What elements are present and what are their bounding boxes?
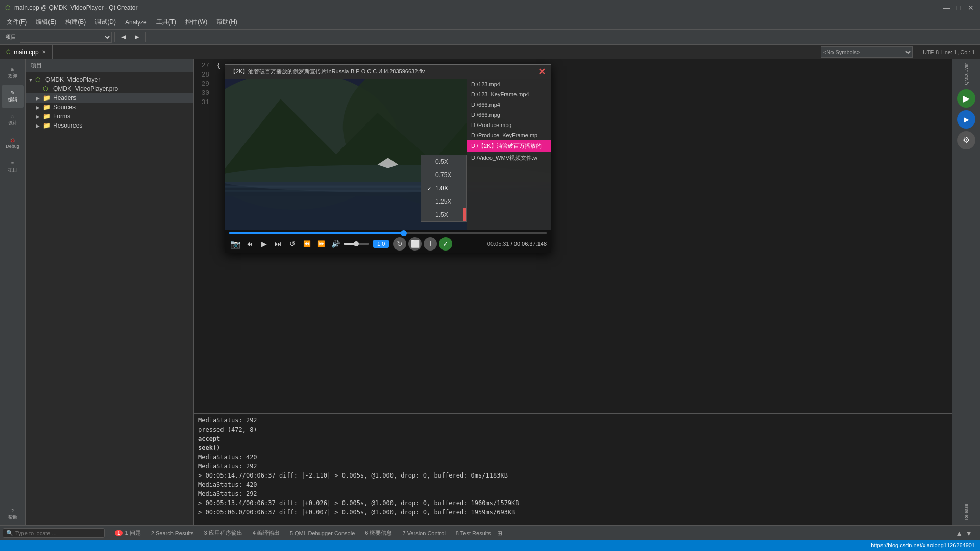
volume-slider[interactable] — [344, 243, 369, 245]
menu-debug[interactable]: 调试(D) — [91, 16, 120, 28]
debug-icon: 🐞 — [10, 138, 15, 143]
sidebar-debug[interactable]: 🐞 Debug — [2, 132, 24, 155]
loop-button[interactable]: ↻ — [393, 237, 406, 251]
sidebar-design[interactable]: ◇ 设计 — [2, 109, 24, 131]
minimize-button[interactable]: — — [942, 4, 950, 12]
file-item-3[interactable]: D:/666.mpg — [467, 110, 551, 120]
menu-build[interactable]: 构建(B) — [61, 16, 90, 28]
file-item-2[interactable]: D:/666.mp4 — [467, 99, 551, 110]
confirm-button[interactable]: ✓ — [439, 237, 452, 251]
skip-to-start[interactable]: ⏮ — [243, 238, 256, 250]
record-button[interactable]: 📷 — [229, 238, 241, 250]
menu-tools[interactable]: 工具(T) — [152, 16, 180, 28]
play-pause-button[interactable]: ▶ — [258, 238, 270, 250]
close-button[interactable]: ✕ — [967, 4, 975, 12]
sources-arrow: ▶ — [36, 105, 43, 110]
output-line-0: MediaStatus: 292 — [198, 416, 948, 425]
tab-search-results[interactable]: 2 Search Results — [146, 529, 199, 538]
run-button[interactable]: ▶ — [957, 89, 975, 108]
frame-forward-button[interactable]: ⏩ — [315, 238, 327, 250]
file-item-1[interactable]: D:/123_KeyFrame.mp4 — [467, 89, 551, 99]
resources-arrow: ▶ — [36, 123, 43, 129]
tree-sources[interactable]: ▶ 📁 Sources — [26, 103, 193, 112]
tab-label: main.cpp — [14, 48, 39, 56]
video-player-window[interactable]: 【2K】油管破百万播放的俄罗斯宣传片InRussia-В Р О С С И И… — [225, 64, 551, 253]
tab-close-button[interactable]: ✕ — [42, 49, 46, 55]
video-close-button[interactable]: ✕ — [538, 66, 546, 78]
tree-root[interactable]: ▼ ⬡ QMDK_VideoPlayer — [26, 75, 193, 84]
tab-app-output[interactable]: 3 应用程序输出 — [199, 528, 248, 538]
file-item-6[interactable]: D:/【2K】油管破百万播放的 — [467, 140, 551, 152]
tab-version-control[interactable]: 7 Version Control — [397, 529, 450, 538]
symbols-dropdown[interactable]: <No Symbols> — [821, 46, 913, 58]
menu-file[interactable]: 文件(F) — [3, 16, 31, 28]
toolbar-forward[interactable]: ▶ — [131, 31, 143, 43]
sidebar-welcome[interactable]: ⊞ 欢迎 — [2, 62, 24, 84]
menu-analyze[interactable]: Analyze — [121, 17, 151, 28]
volume-icon[interactable]: 🔊 — [329, 238, 341, 250]
compile-output-label: 4 编译输出 — [253, 529, 280, 537]
menu-controls[interactable]: 控件(W) — [181, 16, 211, 28]
menu-edit[interactable]: 编辑(E) — [32, 16, 60, 28]
build-button[interactable]: ⚙ — [957, 131, 975, 149]
expand-output-button[interactable]: ▼ — [965, 529, 972, 537]
speed-15x[interactable]: 1.5X — [421, 208, 466, 221]
locate-search-box[interactable]: 🔍 Type to locate ... — [3, 528, 105, 538]
rewind-button[interactable]: ↺ — [286, 238, 299, 250]
project-selector[interactable] — [20, 32, 112, 43]
file-item-7[interactable]: D:/Video_WMV视频文件.w — [467, 152, 551, 164]
tab-issues[interactable]: 1 1 问题 — [110, 528, 146, 538]
tab-test-results[interactable]: 8 Test Results — [451, 529, 496, 538]
speed-05x[interactable]: 0.5X — [421, 155, 466, 168]
sidebar-help[interactable]: ? 帮助 — [2, 503, 24, 525]
toolbar-separator-1 — [114, 32, 115, 42]
info-button[interactable]: ! — [424, 237, 437, 251]
resources-label: Resources — [53, 122, 82, 129]
maximize-button[interactable]: □ — [954, 4, 963, 12]
sidebar-edit[interactable]: ✎ 编辑 — [2, 85, 24, 108]
tree-forms[interactable]: ▶ 📁 Forms — [26, 112, 193, 121]
title-bar: ⬡ main.cpp @ QMDK_VideoPlayer - Qt Creat… — [0, 0, 980, 15]
file-item-4[interactable]: D:/Produce.mpg — [467, 120, 551, 130]
file-item-0[interactable]: D:/123.mp4 — [467, 79, 551, 89]
skip-to-end[interactable]: ⏭ — [272, 238, 284, 250]
screenshot-button[interactable]: ⬜ — [408, 237, 422, 251]
more-tabs-button[interactable]: ⊞ — [497, 530, 502, 537]
search-icon: 🔍 — [6, 530, 13, 536]
collapse-output-button[interactable]: ▲ — [955, 529, 963, 537]
file-list-panel: D:/123.mp4 D:/123_KeyFrame.mp4 D:/666.mp… — [467, 79, 551, 230]
volume-thumb — [354, 241, 359, 246]
debug-run-button[interactable]: ▶ — [957, 110, 975, 129]
output-line-8: MediaStatus: 292 — [198, 489, 948, 498]
test-results-label: 8 Test Results — [456, 530, 491, 536]
time-total: 00:06:37:148 — [514, 241, 547, 247]
version-control-label: 7 Version Control — [402, 530, 445, 536]
tree-resources[interactable]: ▶ 📁 Resources — [26, 121, 193, 130]
tab-compile-output[interactable]: 4 编译输出 — [248, 528, 285, 538]
output-line-1: pressed (472, 8) — [198, 425, 948, 434]
file-tree-panel: 项目 ▼ ⬡ QMDK_VideoPlayer ▶ ⬡ QMDK_VideoPl… — [26, 59, 194, 525]
tab-qml-debugger[interactable]: 5 QML Debugger Console — [285, 529, 360, 538]
editor-section[interactable]: 27 { 28 29 QApplication a(argc, argv); — [194, 59, 952, 413]
speed-15x-label: 1.5X — [435, 211, 448, 218]
tree-pro-file[interactable]: ▶ ⬡ QMDK_VideoPlayer.pro — [26, 84, 193, 93]
output-line-2: accept — [198, 434, 948, 443]
speed-125x[interactable]: 1.25X — [421, 195, 466, 208]
video-title-bar: 【2K】油管破百万播放的俄罗斯宣传片InRussia-В Р О С С И И… — [225, 65, 551, 79]
output-line-7: MediaStatus: 420 — [198, 480, 948, 489]
tab-main-cpp[interactable]: ⬡ main.cpp ✕ — [0, 45, 53, 59]
menu-help[interactable]: 帮助(H) — [212, 16, 241, 28]
kit-name-label[interactable]: QMD…ver — [962, 62, 970, 87]
release-label[interactable]: Release — [964, 504, 969, 520]
speed-10x[interactable]: ✓ 1.0X — [421, 182, 466, 195]
toolbar-back[interactable]: ◀ — [117, 31, 130, 43]
speed-075x[interactable]: 0.75X — [421, 168, 466, 182]
frame-back-button[interactable]: ⏪ — [301, 238, 313, 250]
sidebar-project[interactable]: ≡ 项目 — [2, 156, 24, 178]
speed-badge[interactable]: 1.0 — [373, 240, 389, 248]
status-url: https://blog.csdn.net/xiaolong1126264901 — [871, 542, 975, 548]
file-item-5[interactable]: D:/Produce_KeyFrame.mp — [467, 130, 551, 140]
video-progress-bar[interactable] — [229, 232, 547, 234]
tree-headers[interactable]: ▶ 📁 Headers — [26, 93, 193, 103]
tab-general-info[interactable]: 6 概要信息 — [360, 528, 397, 538]
